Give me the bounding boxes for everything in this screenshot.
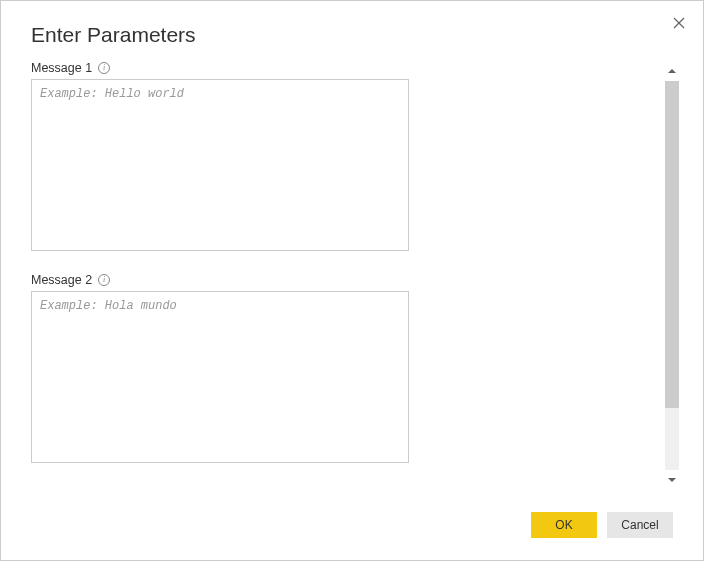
scroll-up-arrow[interactable]	[663, 61, 681, 81]
dialog-button-row: OK Cancel	[531, 512, 673, 538]
scroll-down-arrow[interactable]	[663, 470, 681, 490]
close-icon	[673, 17, 685, 29]
field-label-message-1: Message 1	[31, 61, 92, 75]
dialog-title: Enter Parameters	[1, 1, 703, 47]
message-2-input[interactable]	[31, 291, 409, 463]
field-label-row: Message 2 i	[31, 273, 653, 287]
info-icon[interactable]: i	[98, 62, 110, 74]
info-icon[interactable]: i	[98, 274, 110, 286]
close-button[interactable]	[669, 13, 689, 33]
chevron-up-icon	[667, 66, 677, 76]
field-group-message-1: Message 1 i	[31, 61, 653, 255]
vertical-scrollbar[interactable]	[663, 61, 681, 490]
field-label-row: Message 1 i	[31, 61, 653, 75]
chevron-down-icon	[667, 475, 677, 485]
ok-button[interactable]: OK	[531, 512, 597, 538]
scroll-thumb[interactable]	[665, 81, 679, 408]
message-1-input[interactable]	[31, 79, 409, 251]
field-label-message-2: Message 2	[31, 273, 92, 287]
scroll-track[interactable]	[665, 81, 679, 470]
enter-parameters-dialog: Enter Parameters Message 1 i Message 2 i	[0, 0, 704, 561]
cancel-button[interactable]: Cancel	[607, 512, 673, 538]
content-area: Message 1 i Message 2 i	[31, 61, 653, 490]
field-group-message-2: Message 2 i	[31, 273, 653, 467]
